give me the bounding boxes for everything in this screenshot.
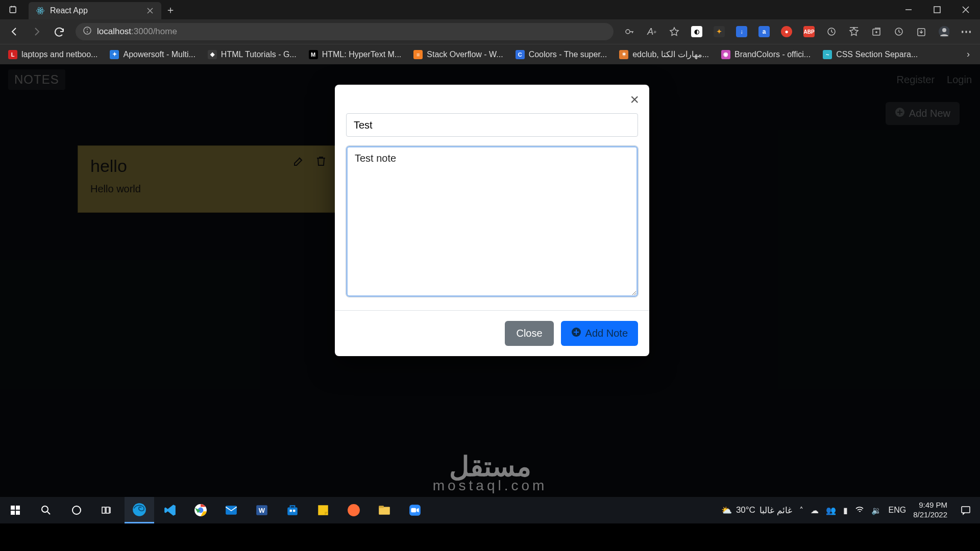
downloads-icon[interactable] [916,26,927,37]
bookmark-label: laptops and netboo... [21,50,97,59]
bookmark-favicon-icon: ◉ [721,50,730,59]
extension-icon[interactable]: ↓ [736,26,747,37]
svg-rect-38 [411,508,416,513]
password-icon[interactable] [624,26,635,37]
modal-add-note-button[interactable]: Add Note [561,321,638,346]
window-close-button[interactable] [951,0,980,19]
tray-meet-now-icon[interactable]: 👥 [826,506,836,515]
bookmark-item[interactable]: ≡Stack Overflow - W... [409,48,507,61]
favorites-bar-icon[interactable] [848,26,860,37]
tray-onedrive-icon[interactable]: ☁ [811,506,819,515]
svg-point-7 [626,30,630,34]
tray-language[interactable]: ENG [889,506,906,515]
svg-rect-39 [962,507,970,513]
taskbar-store-icon[interactable] [278,497,307,523]
note-body-textarea[interactable] [346,146,638,297]
start-button[interactable] [0,497,31,523]
extension-icon[interactable]: ◐ [691,26,702,37]
svg-rect-5 [934,7,940,13]
bookmark-item[interactable]: ◆HTML Tutorials - G... [204,48,301,61]
bookmark-item[interactable]: ◉BrandColors - offici... [717,48,815,61]
svg-rect-30 [287,508,298,515]
adblock-icon[interactable]: ABP [803,26,815,37]
bookmark-label: HTML Tutorials - G... [221,50,297,59]
taskbar-clock[interactable]: 9:49 PM 8/21/2022 [913,500,947,520]
svg-rect-0 [10,7,16,13]
bookmark-favicon-icon: ✶ [619,50,628,59]
taskbar-word-icon[interactable]: W [247,497,277,523]
task-view-button[interactable] [92,497,122,523]
svg-point-34 [348,504,360,516]
cortana-button[interactable] [61,497,92,523]
taskbar-explorer-icon[interactable] [370,497,399,523]
taskbar-mail-icon[interactable] [216,497,246,523]
bookmark-label: Coolors - The super... [529,50,607,59]
bookmark-label: edclub, مهارات الكتا... [632,49,709,59]
bookmark-label: Apowersoft - Multi... [123,50,195,59]
bookmark-item[interactable]: ~CSS Section Separa... [819,48,922,61]
address-bar[interactable]: localhost:3000/home [76,23,614,40]
weather-icon: ⛅ [721,505,732,516]
bookmark-favicon-icon: ≡ [413,50,423,59]
taskbar-chrome-icon[interactable] [186,497,215,523]
svg-point-20 [42,506,48,512]
read-aloud-icon[interactable]: A» [646,26,657,37]
tray-volume-icon[interactable]: 🔉 [871,506,881,515]
bookmark-favicon-icon: C [516,50,525,59]
site-info-icon[interactable] [83,26,92,37]
browser-tab[interactable]: React App [29,2,161,19]
react-favicon-icon [36,6,45,15]
bookmarks-bar: Llaptops and netboo...✦Apowersoft - Mult… [0,44,980,64]
forward-button[interactable] [27,21,47,42]
windows-taskbar: W ⛅ 30°C غائم غالبا ˄ ☁ 👥 ▮ 🔉 ENG 9:49 P… [0,497,980,523]
bookmark-item[interactable]: ✶edclub, مهارات الكتا... [615,47,713,61]
svg-rect-17 [16,506,20,510]
extension-icon[interactable]: a [758,26,770,37]
bookmark-item[interactable]: ✦Apowersoft - Multi... [106,48,199,61]
taskbar-sticky-notes-icon[interactable] [308,497,338,523]
taskbar-postman-icon[interactable] [339,497,369,523]
window-minimize-button[interactable] [894,0,923,19]
extension-icon[interactable]: ✦ [714,26,725,37]
add-note-modal: × Close Add Note [335,85,649,356]
svg-point-6 [84,27,91,34]
profile-icon[interactable] [938,26,949,37]
new-tab-button[interactable]: ＋ [161,0,180,19]
search-button[interactable] [31,497,61,523]
modal-close-button[interactable]: × [620,85,649,107]
tab-close-icon[interactable] [146,7,154,15]
back-button[interactable] [4,21,24,42]
taskbar-weather[interactable]: ⛅ 30°C غائم غالبا [721,505,792,516]
tray-overflow-icon[interactable]: ˄ [799,506,803,515]
menu-icon[interactable]: ⋯ [961,26,972,37]
bookmark-item[interactable]: CCoolors - The super... [511,48,611,61]
favorite-icon[interactable] [669,26,680,37]
svg-point-1 [40,10,41,12]
taskbar-zoom-icon[interactable] [400,497,430,523]
note-title-input[interactable] [346,113,638,137]
taskbar-date: 8/21/2022 [913,510,947,520]
svg-rect-27 [226,506,237,514]
tray-usb-icon[interactable]: ▮ [843,506,848,515]
tab-title: React App [50,6,141,15]
modal-close-footer-button[interactable]: Close [505,321,553,346]
bookmark-item[interactable]: Llaptops and netboo... [4,48,102,61]
bookmark-item[interactable]: MHTML: HyperText M... [305,48,406,61]
extension-icon[interactable]: ● [781,26,792,37]
sync-icon[interactable] [826,26,837,37]
taskbar-edge-icon[interactable] [125,497,154,523]
tablist-button[interactable] [0,0,27,19]
bookmark-label: BrandColors - offici... [734,50,811,59]
bookmark-favicon-icon: M [309,50,318,59]
taskbar-time: 9:49 PM [919,500,947,510]
tray-wifi-icon[interactable] [855,505,864,516]
history-icon[interactable] [893,26,904,37]
collections-icon[interactable] [871,26,882,37]
window-maximize-button[interactable] [923,0,951,19]
bookmark-favicon-icon: L [8,50,17,59]
refresh-button[interactable] [49,21,69,42]
svg-point-21 [72,506,81,514]
action-center-icon[interactable] [954,497,977,523]
taskbar-vscode-icon[interactable] [155,497,185,523]
bookmarks-overflow-icon[interactable]: › [961,49,976,60]
